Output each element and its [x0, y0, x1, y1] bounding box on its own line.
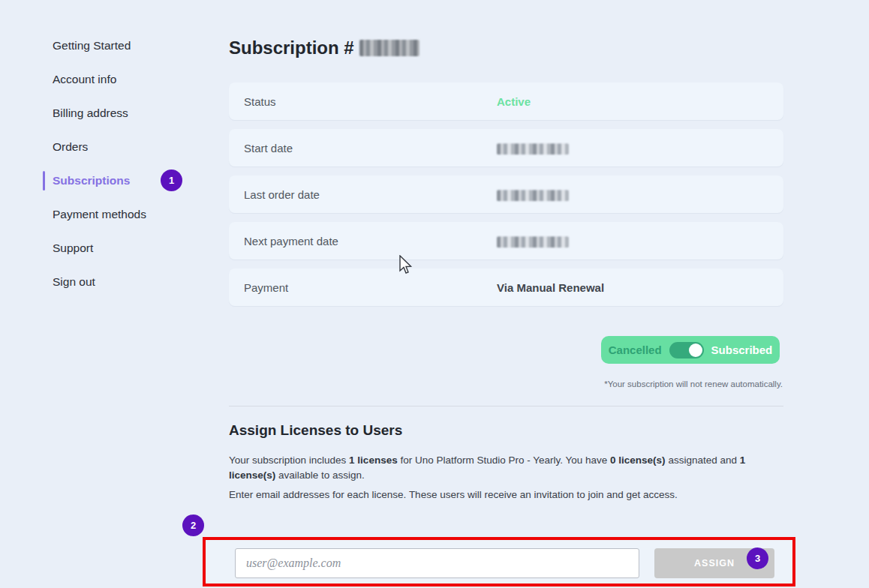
- annotation-step-2-badge: 2: [182, 514, 204, 536]
- sidebar-item-label: Subscriptions: [53, 174, 130, 187]
- detail-row-last-order-date: Last order date: [229, 176, 783, 213]
- next-payment-date-redacted: [497, 236, 569, 248]
- section-divider: [229, 406, 783, 406]
- page-title-text: Subscription #: [229, 38, 354, 58]
- sidebar: Getting Started Account info Billing add…: [53, 38, 203, 308]
- sidebar-item-account-info[interactable]: Account info: [53, 72, 203, 87]
- toggle-switch[interactable]: [669, 342, 704, 358]
- summary-text-part: Your subscription includes: [229, 454, 349, 466]
- license-email-input[interactable]: [235, 548, 639, 578]
- detail-row-label: Next payment date: [244, 235, 338, 248]
- toggle-subscribed-label: Subscribed: [711, 344, 773, 356]
- start-date-redacted: [497, 143, 569, 154]
- detail-row-label: Last order date: [244, 188, 320, 201]
- page-title: Subscription #: [229, 38, 419, 58]
- detail-row-label: Payment: [244, 281, 288, 294]
- last-order-date-redacted: [497, 190, 569, 201]
- assign-instructions-text: Enter email addresses for each license. …: [229, 489, 783, 500]
- summary-text-part: for Uno Platform Studio Pro - Yearly. Yo…: [398, 454, 610, 466]
- detail-row-start-date: Start date: [229, 129, 783, 166]
- subscription-state-toggle[interactable]: Cancelled Subscribed: [601, 336, 780, 364]
- assign-licenses-heading: Assign Licenses to Users: [229, 422, 402, 439]
- license-summary-text: Your subscription includes 1 licenses fo…: [229, 453, 783, 483]
- sidebar-item-support[interactable]: Support: [53, 241, 203, 256]
- toggle-cancelled-label: Cancelled: [609, 344, 662, 356]
- sidebar-item-payment-methods[interactable]: Payment methods: [53, 207, 203, 222]
- sidebar-item-billing-address[interactable]: Billing address: [53, 106, 203, 121]
- detail-row-status: Status Active: [229, 82, 783, 120]
- detail-row-value: [497, 141, 569, 154]
- detail-row-next-payment-date: Next payment date: [229, 222, 783, 260]
- detail-row-value: [497, 234, 569, 248]
- annotation-step-1-badge: 1: [161, 170, 182, 191]
- subscription-detail-rows: Status Active Start date Last order date…: [229, 82, 783, 315]
- status-badge: Active: [497, 95, 531, 108]
- detail-row-value: [497, 188, 569, 201]
- sidebar-item-getting-started[interactable]: Getting Started: [53, 38, 203, 53]
- summary-text-part: available to assign.: [275, 470, 365, 481]
- sidebar-item-sign-out[interactable]: Sign out: [53, 274, 203, 290]
- summary-text-part: assignated and: [666, 454, 740, 466]
- renewal-note: *Your subscription will not renew automa…: [604, 380, 783, 388]
- sidebar-item-orders[interactable]: Orders: [53, 140, 203, 154]
- annotation-step-3-badge: 3: [747, 548, 768, 569]
- sidebar-item-subscriptions[interactable]: Subscriptions 1: [53, 173, 203, 188]
- detail-row-label: Status: [244, 95, 276, 108]
- assigned-count: 0 license(s): [610, 454, 666, 466]
- subscription-number-redacted: [359, 40, 419, 56]
- licenses-count: 1 licenses: [349, 454, 398, 466]
- annotation-red-box: ASSIGN: [203, 537, 795, 586]
- detail-row-payment: Payment Via Manual Renewal: [229, 268, 783, 306]
- toggle-knob: [689, 344, 702, 357]
- detail-row-value: Via Manual Renewal: [497, 281, 604, 294]
- detail-row-label: Start date: [244, 142, 293, 154]
